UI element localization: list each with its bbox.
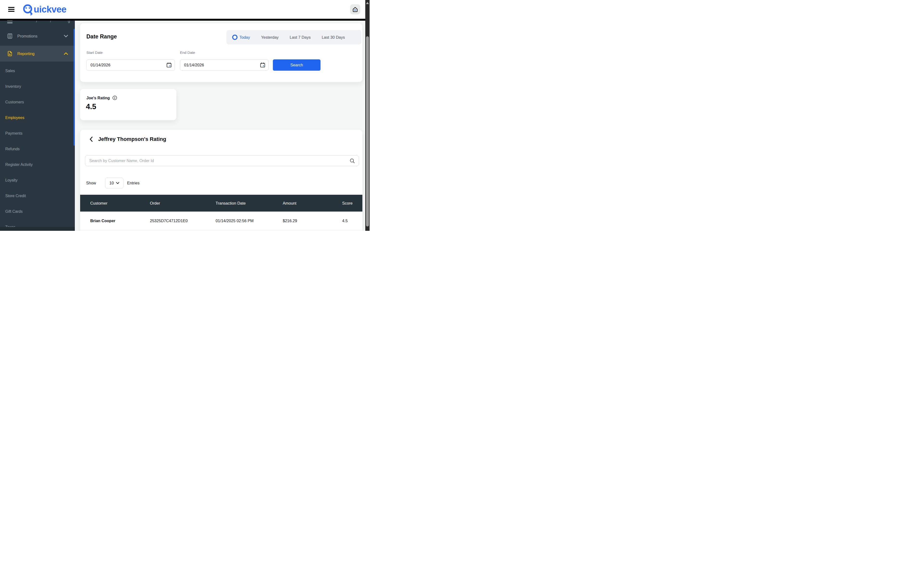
back-chevron-icon — [89, 136, 93, 142]
col-score: Score — [342, 201, 362, 206]
entries-label: Entries — [127, 181, 139, 185]
app-window: uickvee / / g — [0, 0, 370, 231]
sidebar-item-reporting[interactable]: Reporting — [0, 46, 75, 61]
sidebar-item-payments[interactable]: Payments — [0, 126, 75, 141]
home-button[interactable] — [350, 4, 360, 15]
scroll-up-arrow-icon[interactable] — [366, 2, 369, 4]
search-button[interactable]: Search — [273, 60, 320, 71]
brand-name: uickvee — [34, 4, 66, 15]
ratings-table: Customer Order Transaction Date Amount S… — [80, 195, 362, 230]
date-range-card: Date Range Today Yesterday Last 7 Days L… — [80, 23, 362, 82]
sidebar-clipped-item[interactable]: / / g — [0, 21, 75, 24]
filter-today[interactable]: Today — [232, 35, 250, 40]
rating-section-header: Jeffrey Thompson's Rating — [89, 136, 166, 142]
date-range-title: Date Range — [86, 34, 117, 40]
calendar-icon[interactable] — [260, 62, 266, 69]
joes-rating-value: 4.5 — [86, 102, 96, 111]
sidebar-item-refunds[interactable]: Refunds — [0, 141, 75, 157]
search-icon[interactable] — [349, 158, 355, 165]
rating-search-input[interactable] — [85, 155, 359, 166]
cell-transaction-date: 01/14/2025 02:56 PM — [216, 219, 283, 223]
show-label: Show — [86, 181, 96, 185]
clipped-menu-icon — [7, 21, 13, 24]
start-date-field-wrap — [86, 60, 175, 71]
sidebar-item-gift-cards[interactable]: Gift Cards — [0, 204, 75, 219]
chevron-down-icon — [116, 182, 120, 184]
filter-yesterday[interactable]: Yesterday — [261, 35, 279, 40]
end-date-field-wrap — [180, 60, 268, 71]
joes-rating-title: Joe's Rating — [86, 95, 117, 100]
sidebar-item-customers[interactable]: Customers — [0, 94, 75, 110]
joes-rating-card: Joe's Rating 4.5 — [80, 89, 176, 120]
back-button[interactable] — [89, 136, 93, 142]
end-date-input[interactable] — [180, 60, 268, 71]
sidebar-item-label: Promotions — [17, 34, 37, 39]
info-icon[interactable] — [112, 95, 117, 100]
sidebar-next-section-edge — [0, 227, 75, 231]
calendar-icon[interactable] — [166, 62, 172, 69]
sidebar-item-promotions[interactable]: Promotions — [0, 29, 75, 43]
home-icon — [352, 6, 359, 13]
sidebar-item-employees[interactable]: Employees — [0, 110, 75, 126]
menu-icon[interactable] — [8, 7, 15, 12]
start-date-input[interactable] — [86, 60, 175, 71]
filter-last-7-days[interactable]: Last 7 Days — [290, 35, 311, 40]
sidebar-item-store-credit[interactable]: Store Credit — [0, 188, 75, 204]
clipped-text-fragment: g — [68, 21, 70, 23]
start-date-label: Start Date — [86, 50, 103, 55]
clipped-text-fragment: / — [36, 21, 37, 23]
cell-customer: Brian Cooper — [90, 219, 150, 223]
reporting-submenu: Sales Inventory Customers Employees Paym… — [0, 61, 75, 231]
page-size-select[interactable]: 10 — [105, 178, 123, 189]
sidebar-item-inventory[interactable]: Inventory — [0, 79, 75, 94]
sidebar-scrollbar-thumb[interactable] — [74, 29, 74, 146]
chevron-down-icon — [64, 35, 68, 37]
table-row[interactable]: Brian Cooper 25325D7C4712D1E0 01/14/2025… — [80, 211, 362, 230]
scrollbar-thumb[interactable] — [366, 36, 369, 226]
cell-score: 4.5 — [342, 219, 362, 223]
radio-selected-icon — [232, 35, 237, 40]
sidebar-item-register-activity[interactable]: Register Activity — [0, 157, 75, 172]
sidebar-item-sales[interactable]: Sales — [0, 63, 75, 79]
sidebar: / / g Promotions — [0, 21, 75, 231]
main-content: Date Range Today Yesterday Last 7 Days L… — [75, 21, 365, 231]
top-header: uickvee — [0, 0, 365, 19]
promotions-icon — [7, 33, 13, 39]
employee-rating-card: Jeffrey Thompson's Rating Show 10 — [80, 130, 362, 231]
sidebar-item-loyalty[interactable]: Loyalty — [0, 172, 75, 188]
table-header-row: Customer Order Transaction Date Amount S… — [80, 195, 362, 211]
col-amount: Amount — [283, 201, 342, 206]
clipped-text-fragment: / — [50, 21, 51, 23]
rating-section-title: Jeffrey Thompson's Rating — [98, 136, 166, 142]
rating-search-wrap — [85, 155, 359, 166]
cell-amount: $216.29 — [283, 219, 342, 223]
header-divider — [0, 19, 365, 21]
filter-last-30-days[interactable]: Last 30 Days — [322, 35, 345, 40]
entries-control: Show 10 Entries — [86, 178, 140, 189]
col-customer: Customer — [90, 201, 150, 206]
brand-logo[interactable]: uickvee — [22, 3, 66, 15]
col-transaction-date: Transaction Date — [216, 201, 283, 206]
chevron-up-icon — [64, 52, 68, 55]
col-order: Order — [150, 201, 216, 206]
date-quick-filters: Today Yesterday Last 7 Days Last 30 Days — [226, 30, 362, 45]
sidebar-item-label: Reporting — [17, 52, 35, 56]
cell-order: 25325D7C4712D1E0 — [150, 219, 216, 223]
logo-q-icon — [22, 3, 34, 16]
page-scrollbar[interactable] — [365, 0, 370, 231]
end-date-label: End Date — [180, 50, 195, 55]
reporting-icon — [7, 50, 13, 57]
